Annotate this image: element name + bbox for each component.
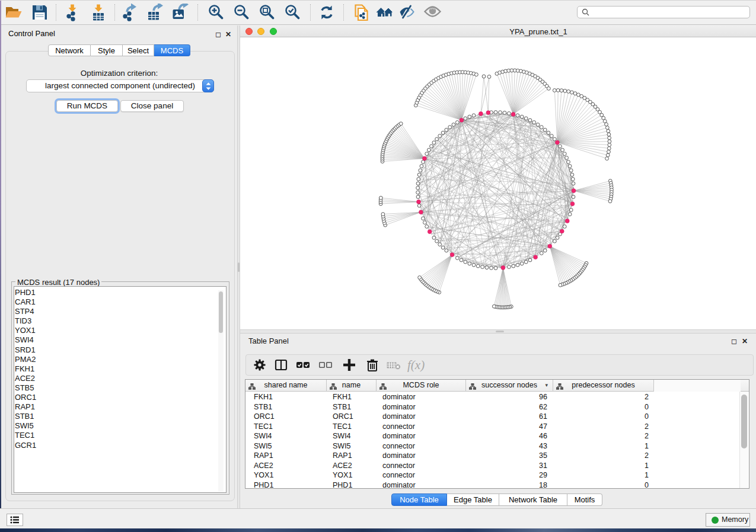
svg-text:f(x): f(x) (407, 358, 425, 372)
